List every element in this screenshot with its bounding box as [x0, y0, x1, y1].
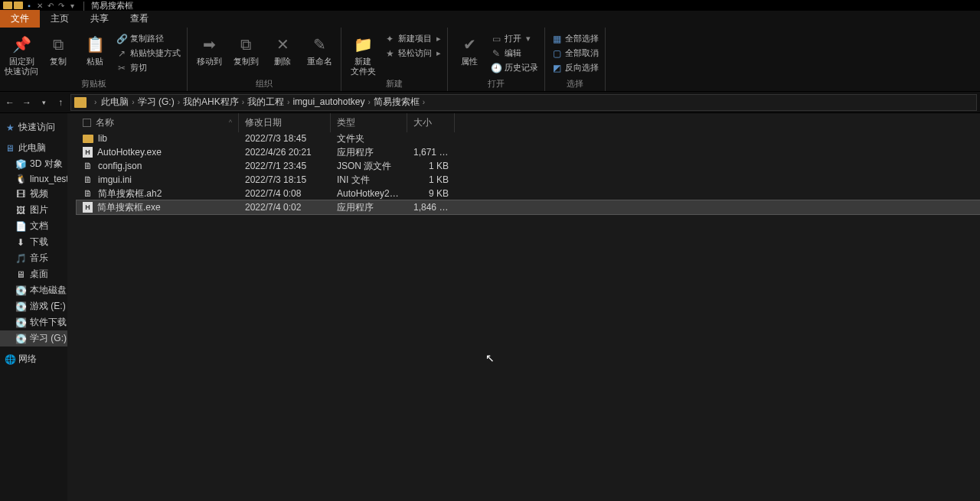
file-row[interactable]: 🗎config.json2022/7/1 23:45JSON 源文件1 KB — [77, 159, 980, 173]
open-icon: ▭ — [491, 34, 501, 44]
column-size[interactable]: 大小 — [407, 113, 455, 132]
sidebar-item-label: 文档 — [30, 220, 48, 233]
up-button[interactable]: ↑ — [54, 96, 67, 109]
cell-name: 🗎config.json — [77, 161, 239, 171]
copy-to-button[interactable]: ⧉复制到 — [229, 32, 263, 67]
sidebar-item[interactable]: 💽游戏 (E:) — [0, 298, 67, 314]
sidebar-item[interactable]: 💽学习 (G:) — [0, 330, 67, 346]
history-button[interactable]: 🕘历史记录 — [489, 61, 540, 74]
select-all-checkbox[interactable] — [83, 119, 91, 127]
file-row[interactable]: 🗎简单搜索框.ah22022/7/4 0:08AutoHotkey2 Sc...… — [77, 187, 980, 200]
breadcrumb-item[interactable]: 我的AHK程序 — [183, 96, 239, 107]
undo-icon[interactable]: ↶ — [46, 1, 55, 10]
sidebar-item[interactable]: 🖼图片 — [0, 202, 67, 218]
column-date[interactable]: 修改日期 — [239, 113, 331, 132]
move-label: 移动到 — [197, 57, 222, 67]
copyto-label: 复制到 — [234, 57, 259, 67]
drive-icon: 📄 — [15, 221, 26, 232]
cell-size: 1,671 KB — [407, 147, 455, 158]
copy-button[interactable]: ⧉ 复制 — [41, 32, 75, 67]
pin-label: 固定到 快速访问 — [5, 57, 38, 76]
breadcrumb-item[interactable]: 我的工程 — [247, 96, 284, 107]
paste-shortcut-button[interactable]: ↗粘贴快捷方式 — [115, 47, 182, 60]
easy-access-button[interactable]: ★轻松访问▸ — [383, 47, 443, 60]
group-label-new: 新建 — [346, 76, 443, 91]
cell-type: 文件夹 — [331, 132, 407, 145]
redo-icon[interactable]: ↷ — [57, 1, 66, 10]
tab-view[interactable]: 查看 — [119, 10, 159, 28]
copy-icon: ⧉ — [47, 34, 69, 55]
select-all-button[interactable]: ▦全部选择 — [550, 32, 600, 45]
sidebar-item[interactable]: 📄文档 — [0, 218, 67, 234]
sidebar-item-label: 本地磁盘 ( — [30, 284, 67, 297]
new-item-button[interactable]: ✦新建项目▸ — [383, 32, 443, 45]
breadcrumb[interactable]: › 此电脑›学习 (G:)›我的AHK程序›我的工程›imgui_autohot… — [70, 94, 977, 111]
tab-file[interactable]: 文件 — [0, 10, 40, 28]
file-row[interactable]: lib2022/7/3 18:45文件夹 — [77, 132, 980, 145]
selectall-icon: ▦ — [551, 34, 562, 44]
rename-button[interactable]: ✎重命名 — [302, 32, 336, 67]
edit-button[interactable]: ✎编辑 — [489, 47, 540, 60]
sidebar-item[interactable]: 🖥桌面 — [0, 266, 67, 282]
breadcrumb-item[interactable]: 简易搜索框 — [374, 96, 420, 107]
invert-selection-button[interactable]: ◩反向选择 — [550, 61, 600, 74]
tab-home[interactable]: 主页 — [40, 10, 80, 28]
network-label: 网络 — [18, 353, 37, 366]
file-icon: 🗎 — [83, 161, 93, 171]
open-button[interactable]: ▭打开▾ — [489, 32, 540, 45]
move-icon: ➡ — [198, 34, 220, 55]
breadcrumb-item[interactable]: 学习 (G:) — [138, 96, 175, 107]
file-row[interactable]: 🗎imgui.ini2022/7/3 18:15INI 文件1 KB — [77, 173, 980, 187]
paste-button[interactable]: 📋 粘贴 — [78, 32, 112, 67]
shortcut-icon: ↗ — [116, 48, 127, 59]
folder-icon[interactable] — [14, 2, 23, 9]
delete-button[interactable]: ✕删除 — [266, 32, 299, 67]
sidebar-network[interactable]: 🌐网络 — [0, 351, 67, 367]
forward-button[interactable]: → — [20, 96, 34, 109]
copyto-icon: ⧉ — [235, 34, 256, 55]
sidebar-item[interactable]: 🎞视频 — [0, 186, 67, 202]
sidebar-item[interactable]: 💽软件下载 ( — [0, 314, 67, 330]
file-row[interactable]: HAutoHotkey.exe2022/4/26 20:21应用程序1,671 … — [77, 145, 980, 159]
breadcrumb-item[interactable]: 此电脑 — [101, 96, 129, 107]
pin-button[interactable]: 📌 固定到 快速访问 — [5, 32, 38, 76]
copy-path-label: 复制路径 — [130, 33, 164, 44]
recent-button[interactable]: ▾ — [37, 96, 51, 109]
column-type[interactable]: 类型 — [331, 113, 407, 132]
sidebar-this-pc[interactable]: 🖥此电脑 — [0, 140, 67, 156]
properties-button[interactable]: ✔属性 — [452, 32, 486, 67]
selectnone-label: 全部取消 — [565, 47, 599, 59]
folder-icon — [74, 97, 87, 108]
tab-share[interactable]: 共享 — [80, 10, 119, 28]
sidebar-item-label: 桌面 — [30, 268, 48, 281]
save-icon[interactable]: ▪ — [24, 1, 34, 10]
sidebar-item[interactable]: 🧊3D 对象 — [0, 156, 67, 172]
sidebar-item[interactable]: 🐧linux_test — [0, 172, 67, 186]
file-icon: 🗎 — [83, 174, 93, 185]
nav-bar: ← → ▾ ↑ › 此电脑›学习 (G:)›我的AHK程序›我的工程›imgui… — [0, 92, 980, 113]
copy-path-button[interactable]: 🔗复制路径 — [115, 32, 182, 45]
title-bar: ▪ ✕ ↶ ↷ ▾ | 简易搜索框 — [0, 0, 980, 11]
sidebar-item[interactable]: 💽本地磁盘 ( — [0, 282, 67, 298]
cut-button[interactable]: ✂剪切 — [115, 61, 182, 74]
file-row[interactable]: H简单搜索框.exe2022/7/4 0:02应用程序1,846 KB — [77, 200, 980, 214]
sidebar-quick-access[interactable]: ★快速访问 — [0, 119, 67, 135]
cell-size: 1 KB — [407, 174, 455, 185]
cell-date: 2022/4/26 20:21 — [239, 147, 331, 158]
cell-name: lib — [77, 133, 239, 144]
cell-size: 9 KB — [407, 188, 455, 199]
back-button[interactable]: ← — [3, 96, 17, 109]
dropdown-icon[interactable]: ▾ — [67, 1, 77, 10]
sidebar-item[interactable]: 🎵音乐 — [0, 250, 67, 266]
star-icon: ★ — [5, 122, 15, 133]
move-to-button[interactable]: ➡移动到 — [192, 32, 226, 67]
column-name[interactable]: 名称^ — [77, 113, 239, 132]
sidebar-item[interactable]: ⬇下载 — [0, 234, 67, 250]
file-rows: lib2022/7/3 18:45文件夹HAutoHotkey.exe2022/… — [67, 132, 980, 214]
drive-icon: 💽 — [15, 333, 26, 344]
breadcrumb-item[interactable]: imgui_autohotkey — [292, 96, 364, 107]
close-icon[interactable]: ✕ — [35, 1, 44, 10]
selectnone-icon: ▢ — [551, 48, 562, 59]
select-none-button[interactable]: ▢全部取消 — [550, 47, 600, 60]
new-folder-button[interactable]: 📁新建 文件夹 — [346, 32, 380, 76]
